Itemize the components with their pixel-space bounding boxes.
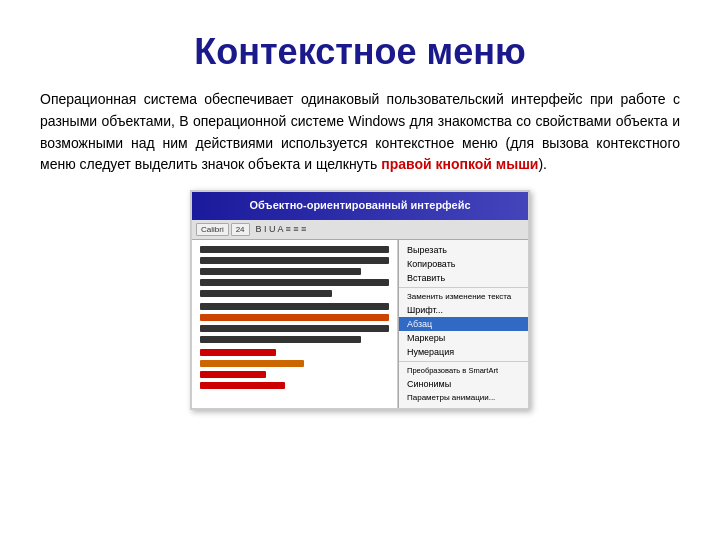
mock-toolbar: Calibri 24 B I U A ≡ ≡ ≡	[192, 220, 528, 240]
menu-item-smartart: Преобразовать в SmartArt	[399, 364, 528, 377]
text-line	[200, 314, 389, 321]
toolbar-font: Calibri	[196, 223, 229, 236]
highlight-text: правой кнопкой мыши	[381, 156, 538, 172]
menu-item-format: Формат фигуры...	[399, 404, 528, 410]
menu-item-synonyms: Синонимы	[399, 377, 528, 391]
text-line	[200, 279, 389, 286]
menu-separator-1	[399, 287, 528, 288]
mock-title-line1: Объектно-ориентированный	[249, 199, 407, 212]
menu-item-numbering: Нумерация	[399, 345, 528, 359]
text-line	[200, 246, 389, 253]
text-line	[200, 257, 389, 264]
text-line	[200, 303, 389, 310]
menu-item-animation: Параметры анимации...	[399, 391, 528, 404]
mock-title-bar: Объектно-ориентированный интерфейс	[192, 192, 528, 220]
screenshot-container: Объектно-ориентированный интерфейс Calib…	[40, 190, 680, 410]
menu-item-replace: Заменить изменение текста	[399, 290, 528, 303]
toolbar-size: 24	[231, 223, 250, 236]
text-block-2	[200, 303, 389, 343]
menu-item-bullets: Маркеры	[399, 331, 528, 345]
text-block-3	[200, 349, 389, 389]
text-line-red3	[200, 382, 285, 389]
mock-screenshot: Объектно-ориентированный интерфейс Calib…	[190, 190, 530, 410]
mock-text-area	[192, 240, 398, 410]
body-text-end: ).	[538, 156, 547, 172]
toolbar-icons: B I U A ≡ ≡ ≡	[256, 224, 307, 234]
text-line	[200, 268, 361, 275]
mock-title-line2: интерфейс	[410, 199, 470, 212]
body-text: Операционная система обеспечивает одинак…	[40, 89, 680, 176]
text-line-orange	[200, 360, 304, 367]
text-line-red2	[200, 371, 266, 378]
menu-item-paste: Вставить	[399, 271, 528, 285]
menu-item-paragraph: Абзац	[399, 317, 528, 331]
text-line	[200, 290, 332, 297]
menu-item-font: Шрифт...	[399, 303, 528, 317]
slide-title: Контекстное меню	[40, 30, 680, 73]
mock-content: Вырезать Копировать Вставить Заменить из…	[192, 240, 528, 410]
menu-item-cut: Вырезать	[399, 243, 528, 257]
text-line-red	[200, 349, 276, 356]
text-block-1	[200, 246, 389, 297]
menu-separator-2	[399, 361, 528, 362]
text-line	[200, 336, 361, 343]
context-menu: Вырезать Копировать Вставить Заменить из…	[398, 240, 528, 410]
menu-item-copy: Копировать	[399, 257, 528, 271]
text-line	[200, 325, 389, 332]
slide: Контекстное меню Операционная система об…	[0, 0, 720, 540]
body-text-main: Операционная система обеспечивает одинак…	[40, 91, 680, 172]
